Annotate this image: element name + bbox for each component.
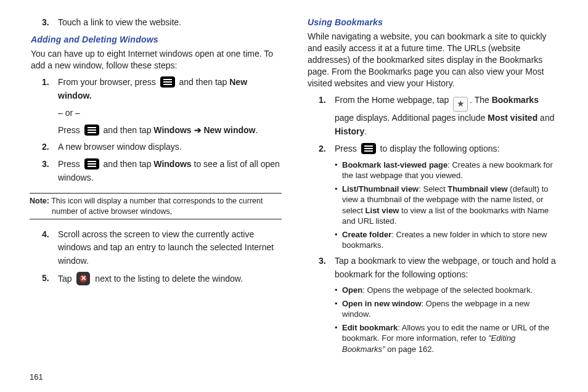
bold-text: List view	[365, 206, 399, 215]
bullet-icon: •	[335, 285, 342, 296]
bookmark-star-icon: ★	[453, 97, 468, 112]
bullet-item: • Create folder: Creates a new folder in…	[335, 229, 558, 251]
list-item: 3. Touch a link to view the website.	[42, 16, 282, 30]
list-body: Press and then tap Windows to see a list…	[58, 158, 282, 184]
list-body: Touch a link to view the website.	[58, 16, 282, 30]
bold-text: Bookmark last-viewed page	[342, 160, 447, 169]
bold-text: Open	[342, 285, 362, 295]
bullet-icon: •	[335, 229, 342, 251]
list-body: Scroll across the screen to view the cur…	[58, 228, 282, 268]
bullet-item: • Edit bookmark: Allows you to edit the …	[335, 322, 558, 355]
list-body: Press to display the following options:	[335, 142, 558, 156]
note-block: Note: This icon will display a number th…	[30, 193, 282, 219]
section-heading-adding-deleting: Adding and Deleting Windows	[31, 35, 282, 44]
menu-icon	[361, 143, 376, 154]
list-item: 3. Press and then tap Windows to see a l…	[42, 158, 282, 184]
bullet-body: Edit bookmark: Allows you to edit the na…	[342, 322, 558, 355]
text: : Opens the webpage of the selected book…	[362, 285, 533, 295]
bullet-icon: •	[335, 322, 342, 355]
text: .	[255, 125, 258, 135]
page-number: 161	[30, 372, 43, 382]
list-number: 1.	[319, 94, 335, 138]
list-body: From the Home webpage, tap ★. The Bookma…	[335, 94, 558, 138]
menu-icon	[84, 158, 99, 169]
list-item: 4. Scroll across the screen to view the …	[42, 228, 282, 268]
bullet-body: Bookmark last-viewed page: Creates a new…	[342, 160, 558, 181]
bullet-item: • Open: Opens the webpage of the selecte…	[335, 285, 558, 296]
bold-text: Create folder	[342, 230, 391, 239]
bold-text: New window	[203, 125, 255, 135]
note-label: Note:	[30, 197, 49, 205]
text: From the Home webpage, tap	[335, 95, 451, 105]
text: Press	[58, 159, 83, 169]
bullet-body: Open in new window: Opens the webpage in…	[342, 298, 558, 320]
text: .	[364, 126, 367, 136]
list-item: 5. Tap next to the listing to delete the…	[42, 272, 282, 286]
paragraph: You can have up to eight Internet window…	[31, 48, 282, 71]
text: and then tap	[101, 159, 154, 169]
list-number: 3.	[42, 158, 58, 184]
text: . The	[470, 95, 492, 105]
list-number: 2.	[42, 141, 58, 154]
bold-text: History	[335, 126, 364, 136]
page: 3. Touch a link to view the website. Add…	[0, 0, 588, 357]
list-item: 2. A new browser window displays.	[42, 141, 282, 154]
bold-text: Edit bookmark	[342, 323, 398, 332]
bullet-body: Create folder: Creates a new folder in w…	[342, 229, 558, 251]
text: Press	[58, 125, 83, 135]
bullet-item: • Open in new window: Opens the webpage …	[335, 298, 558, 320]
bold-text: Most visited	[488, 113, 537, 123]
menu-icon	[160, 76, 175, 88]
bullet-body: Open: Opens the webpage of the selected …	[342, 285, 558, 296]
list-body: Tap next to the listing to delete the wi…	[58, 272, 282, 286]
list-body: A new browser window displays.	[58, 141, 282, 154]
note-text: Note: This icon will display a number th…	[30, 196, 282, 216]
list-number: 1.	[42, 76, 58, 102]
close-icon	[76, 272, 90, 285]
text: on page 162.	[385, 345, 435, 354]
bullet-item: • Bookmark last-viewed page: Creates a n…	[335, 160, 558, 181]
bold-text: Thumbnail view	[447, 184, 508, 194]
list-number: 3.	[42, 16, 58, 30]
text: next to the listing to delete the window…	[92, 274, 243, 284]
bullet-icon: •	[335, 298, 342, 320]
bullet-item: • List/Thumbnail view: Select Thumbnail …	[335, 184, 558, 227]
list-item: 1. From your browser, press and then tap…	[42, 76, 282, 102]
list-item: 1. From the Home webpage, tap ★. The Boo…	[319, 94, 558, 138]
text: and then tap	[101, 125, 154, 135]
bold-text: List/Thumbnail view	[342, 184, 419, 194]
left-column: 3. Touch a link to view the website. Add…	[30, 12, 282, 357]
bullet-body: List/Thumbnail view: Select Thumbnail vi…	[342, 184, 558, 227]
text: to display the following options:	[378, 144, 500, 153]
menu-icon	[84, 125, 99, 136]
bullet-icon: •	[335, 160, 342, 181]
note-body: This icon will display a number that cor…	[51, 197, 263, 215]
bold-text: Bookmarks	[492, 95, 539, 105]
list-body: Press and then tap Windows ➔ New window.	[58, 124, 282, 137]
paragraph: While navigating a website, you can book…	[308, 31, 558, 89]
list-number: 3.	[319, 255, 335, 281]
list-number: 5.	[42, 272, 58, 286]
list-body: From your browser, press and then tap Ne…	[58, 76, 282, 102]
arrow-icon: ➔	[192, 125, 204, 135]
text: and	[537, 113, 554, 123]
bold-text: Windows	[153, 125, 191, 135]
text: From your browser, press	[58, 77, 158, 87]
list-body: Tap a bookmark to view the webpage, or t…	[335, 255, 558, 281]
bullet-icon: •	[335, 184, 342, 227]
list-item: 3. Tap a bookmark to view the webpage, o…	[319, 255, 558, 281]
list-number: 4.	[42, 228, 58, 268]
list-number: 2.	[319, 142, 335, 156]
text: Tap	[58, 274, 74, 284]
section-heading-using-bookmarks: Using Bookmarks	[308, 17, 558, 27]
bold-text: Windows	[153, 159, 191, 169]
list-item: 2. Press to display the following option…	[319, 142, 558, 156]
text: and then tap	[177, 77, 230, 87]
or-divider: – or –	[58, 107, 282, 120]
right-column: Using Bookmarks While navigating a websi…	[306, 12, 558, 357]
text: : Select	[419, 184, 447, 194]
bold-text: Open in new window	[342, 299, 422, 308]
text: page displays. Additional pages include	[335, 113, 488, 123]
text: Press	[335, 144, 359, 153]
